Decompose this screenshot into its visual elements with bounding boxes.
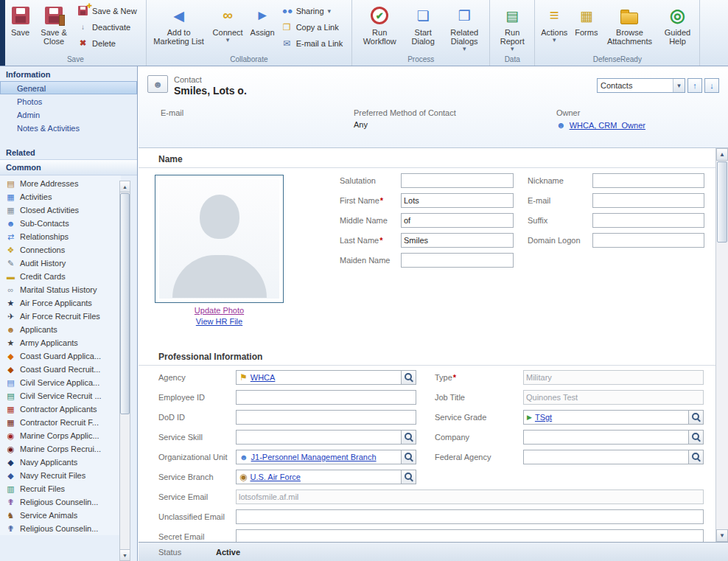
sidebar-item[interactable]: Photos bbox=[0, 94, 137, 108]
save-and-close-button[interactable]: Save & Close bbox=[33, 1, 74, 55]
last-name-field[interactable] bbox=[401, 233, 514, 248]
view-selector[interactable]: Contacts ▾ bbox=[597, 78, 685, 93]
scrollbar-thumb[interactable] bbox=[120, 193, 130, 414]
sidebar-scrollbar[interactable]: ▲ ▼ bbox=[119, 181, 130, 561]
sharing-button[interactable]: ☻☻ Sharing ▾ bbox=[279, 4, 350, 18]
sidebar-item[interactable]: ▤ More Addresses bbox=[0, 177, 121, 190]
sidebar-item[interactable]: ★ Air Force Applicants bbox=[0, 296, 121, 310]
actions-button[interactable]: ≡ Actions ▾ bbox=[537, 1, 571, 55]
guided-help-button[interactable]: ◎ Guided Help bbox=[657, 1, 697, 55]
copy-a-link-button[interactable]: ❐ Copy a Link bbox=[279, 20, 350, 34]
sidebar-item[interactable]: General bbox=[0, 81, 137, 94]
sidebar-item[interactable]: Notes & Activities bbox=[0, 121, 137, 134]
save-button[interactable]: Save bbox=[7, 1, 33, 55]
view-hr-file-link[interactable]: View HR File bbox=[155, 316, 284, 327]
company-lookup-button[interactable] bbox=[688, 431, 703, 444]
service-branch-link[interactable]: U.S. Air Force bbox=[250, 473, 300, 481]
nickname-field[interactable] bbox=[592, 173, 704, 188]
scrollbar-thumb[interactable] bbox=[717, 161, 727, 243]
browse-attachments-button[interactable]: Browse Attachments bbox=[601, 1, 657, 55]
service-skill-lookup-button[interactable] bbox=[401, 431, 416, 444]
service-skill-lookup bbox=[236, 430, 416, 445]
run-report-button[interactable]: ▤ Run Report ▾ bbox=[492, 1, 532, 55]
unclassified-email-field[interactable] bbox=[236, 509, 704, 524]
magnifier-icon bbox=[692, 433, 701, 442]
sidebar-item[interactable]: ❖ Connections bbox=[0, 243, 121, 257]
update-photo-link[interactable]: Update Photo bbox=[155, 305, 284, 316]
sidebar-item[interactable]: ☻ Sub-Contacts bbox=[0, 217, 121, 230]
middle-name-field[interactable] bbox=[401, 213, 514, 228]
federal-agency-lookup-button[interactable] bbox=[688, 450, 703, 464]
sidebar-item[interactable]: ✟ Religious Counselin... bbox=[0, 495, 121, 509]
save-and-new-button[interactable]: ✚ Save & New bbox=[74, 4, 144, 18]
next-record-button[interactable]: ↓ bbox=[704, 78, 719, 93]
delete-icon: ✖ bbox=[77, 38, 88, 49]
deactivate-button[interactable]: ↓ Deactivate bbox=[74, 20, 144, 34]
organizational-unit-link[interactable]: J1-Personnel Management Branch bbox=[251, 453, 377, 461]
email-field[interactable] bbox=[592, 193, 704, 208]
organizational-unit-lookup-button[interactable] bbox=[401, 450, 416, 464]
maiden-name-field[interactable] bbox=[401, 253, 514, 268]
chevron-down-icon: ▾ bbox=[328, 8, 332, 14]
related-dialogs-button[interactable]: ❒ Related Dialogs ▾ bbox=[441, 1, 487, 55]
sidebar-item[interactable]: ◉ Marine Corps Recrui... bbox=[0, 442, 121, 456]
sidebar-item[interactable]: ▦ Closed Activities bbox=[0, 203, 121, 217]
sidebar-item[interactable]: ▤ Civil Service Recruit ... bbox=[0, 389, 121, 403]
sidebar-item[interactable]: ◆ Coast Guard Applica... bbox=[0, 349, 121, 363]
sidebar-item[interactable]: ▤ Civil Service Applica... bbox=[0, 376, 121, 389]
first-name-field[interactable] bbox=[401, 193, 514, 208]
add-to-marketing-list-button[interactable]: ◀ Add to Marketing List bbox=[149, 1, 209, 55]
sidebar-item[interactable]: ▦ Contractor Recruit F... bbox=[0, 416, 121, 429]
domain-logon-field[interactable] bbox=[592, 233, 704, 248]
sidebar-item[interactable]: ★ Army Applicants bbox=[0, 336, 121, 349]
run-workflow-label: Run Workflow bbox=[358, 28, 401, 46]
sidebar-item[interactable]: ▦ Contractor Applicants bbox=[0, 403, 121, 416]
dod-id-field[interactable] bbox=[236, 410, 416, 425]
connect-button[interactable]: ∞ Connect ▾ bbox=[209, 1, 247, 55]
sidebar-item[interactable]: ♞ Service Animals bbox=[0, 509, 121, 522]
information-header: Information bbox=[0, 66, 137, 81]
salutation-field[interactable] bbox=[401, 173, 514, 188]
scroll-up-button[interactable]: ▲ bbox=[716, 148, 728, 161]
sidebar-item[interactable]: ▥ Recruit Files bbox=[0, 482, 121, 495]
agency-lookup-button[interactable] bbox=[401, 371, 416, 384]
sidebar-item[interactable]: ◆ Navy Applicants bbox=[0, 456, 121, 469]
agency-link[interactable]: WHCA bbox=[251, 373, 276, 382]
employee-id-field[interactable] bbox=[236, 390, 416, 405]
suffix-field[interactable] bbox=[592, 213, 704, 228]
required-marker: * bbox=[380, 196, 383, 205]
sidebar-item[interactable]: ✎ Audit History bbox=[0, 257, 121, 270]
sidebar-item[interactable]: ◆ Navy Recruit Files bbox=[0, 469, 121, 482]
down-arrow-icon: ↓ bbox=[710, 81, 714, 90]
scroll-down-button[interactable]: ▼ bbox=[120, 549, 130, 560]
sidebar-item[interactable]: ∞ Marital Status History bbox=[0, 283, 121, 296]
start-dialog-button[interactable]: ❏ Start Dialog bbox=[405, 1, 441, 55]
owner-link[interactable]: WHCA, CRM_Owner bbox=[570, 121, 645, 130]
sidebar-item[interactable]: Admin bbox=[0, 108, 137, 121]
run-workflow-button[interactable]: ✔ Run Workflow bbox=[354, 1, 405, 55]
previous-record-button[interactable]: ↑ bbox=[687, 78, 702, 93]
run-workflow-iconwrap: ✔ bbox=[371, 5, 388, 26]
sidebar-item[interactable]: ✟ Religious Counselin... bbox=[0, 522, 121, 535]
secret-email-field[interactable] bbox=[236, 529, 704, 543]
service-branch-lookup-button[interactable] bbox=[401, 470, 416, 484]
sidebar-item[interactable]: ▦ Activities bbox=[0, 190, 121, 203]
forms-button[interactable]: ▦ Forms bbox=[571, 1, 601, 55]
sidebar-item[interactable]: ✈ Air Force Recruit Files bbox=[0, 310, 121, 323]
sidebar-item[interactable]: ⇄ Relationships bbox=[0, 230, 121, 243]
email-a-link-button[interactable]: ✉ E-mail a Link bbox=[279, 36, 350, 50]
delete-button[interactable]: ✖ Delete bbox=[74, 36, 144, 50]
common-header[interactable]: Common bbox=[0, 159, 137, 175]
scroll-up-button[interactable]: ▲ bbox=[120, 181, 130, 192]
sidebar-item[interactable]: ◆ Coast Guard Recruit... bbox=[0, 363, 121, 376]
main-scrollbar[interactable]: ▲ ▼ bbox=[715, 148, 728, 542]
sidebar-item[interactable]: ▬ Credit Cards bbox=[0, 270, 121, 283]
service-grade-lookup-button[interactable] bbox=[688, 411, 703, 424]
sidebar-item[interactable]: ◉ Marine Corps Applic... bbox=[0, 429, 121, 442]
name-fields: Salutation Nickname First Name* E-mail M… bbox=[340, 170, 708, 270]
down-arrow-icon: ▼ bbox=[122, 553, 127, 558]
sidebar-item[interactable]: ☻ Applicants bbox=[0, 323, 121, 336]
service-grade-link[interactable]: TSgt bbox=[535, 413, 552, 422]
assign-button[interactable]: ► Assign bbox=[247, 1, 279, 55]
scroll-down-button[interactable]: ▼ bbox=[716, 529, 728, 542]
